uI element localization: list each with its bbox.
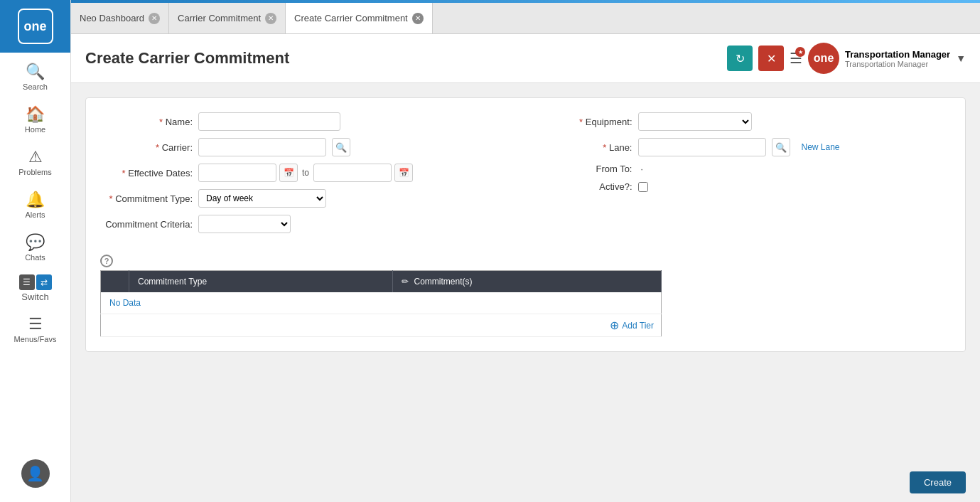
form-row-commitment-criteria: Commitment Criteria: [100, 215, 512, 233]
sidebar-item-problems[interactable]: ⚠ Problems [0, 141, 70, 183]
table-col-checkbox [101, 271, 129, 293]
menu-button[interactable]: ☰ ★ [790, 50, 802, 67]
tab-label-carrier-commitment: Carrier Commitment [178, 13, 261, 23]
table-col-commitment-type: Commitment Type [129, 271, 393, 293]
sidebar-item-search[interactable]: 🔍 Search [0, 55, 70, 98]
form-grid: * Name: * Carrier: 🔍 [100, 112, 951, 240]
add-tier-icon: ⊕ [610, 319, 619, 332]
start-date-calendar[interactable]: 📅 [279, 164, 298, 182]
page-content: * Name: * Carrier: 🔍 [71, 83, 980, 463]
page-header: Create Carrier Commitment ↻ ✕ ☰ ★ one Tr… [71, 34, 980, 83]
tab-close-carrier-commitment[interactable]: ✕ [265, 13, 276, 24]
form-row-active: Active?: [540, 181, 952, 192]
lane-input[interactable] [638, 138, 766, 156]
carrier-label: * Carrier: [100, 142, 193, 153]
carrier-input[interactable] [198, 138, 326, 156]
app-logo[interactable]: one [18, 9, 53, 44]
sidebar-label-problems: Problems [18, 168, 51, 176]
sidebar: one 🔍 Search 🏠 Home ⚠ Problems 🔔 Alerts … [0, 0, 71, 502]
form-row-equipment: * Equipment: [540, 112, 952, 131]
new-lane-link[interactable]: New Lane [802, 142, 840, 152]
sidebar-item-user-avatar[interactable]: 👤 [21, 452, 50, 495]
commitment-type-label: * Commitment Type: [100, 193, 193, 204]
commitment-criteria-select[interactable] [198, 215, 291, 233]
form-row-from-to: From To: · [540, 164, 952, 174]
help-icon[interactable]: ? [100, 255, 113, 267]
table-header-row: Commitment Type ✏ Commitment(s) [101, 271, 662, 293]
active-label: Active?: [540, 181, 632, 192]
form-right-column: * Equipment: * Lane: [540, 112, 952, 240]
tab-label-create-carrier: Create Carrier Commitment [294, 13, 408, 23]
user-avatar: one [808, 43, 839, 74]
chat-icon: 💬 [26, 233, 45, 252]
user-name: Transportation Manager [845, 49, 950, 60]
table-no-data-row: No Data [101, 292, 662, 314]
lane-label: * Lane: [540, 142, 632, 153]
page-footer: Create [71, 463, 980, 502]
sidebar-label-alerts: Alerts [25, 210, 45, 219]
tab-bar: Neo Dashboard ✕ Carrier Commitment ✕ Cre… [71, 3, 980, 34]
form-row-lane: * Lane: 🔍 New Lane [540, 138, 952, 156]
refresh-button[interactable]: ↻ [727, 46, 753, 71]
effective-date-end[interactable] [313, 164, 392, 182]
sidebar-item-alerts[interactable]: 🔔 Alerts [0, 183, 70, 226]
header-actions: ↻ ✕ ☰ ★ one Transportation Manager Trans… [727, 43, 966, 74]
sidebar-item-menus[interactable]: ☰ Menus/Favs [0, 308, 70, 351]
lane-search-button[interactable]: 🔍 [772, 138, 790, 156]
sidebar-item-switch[interactable]: ☰ ⇄ Switch [0, 269, 70, 308]
tab-close-create-carrier[interactable]: ✕ [412, 13, 424, 24]
equipment-select[interactable] [638, 112, 752, 131]
name-input[interactable] [198, 112, 340, 131]
tab-carrier-commitment[interactable]: Carrier Commitment ✕ [169, 3, 286, 33]
warning-icon: ⚠ [28, 148, 43, 166]
sidebar-label-home: Home [25, 125, 45, 134]
form-row-effective-dates: * Effective Dates: 📅 to 📅 [100, 164, 512, 182]
tab-create-carrier-commitment[interactable]: Create Carrier Commitment ✕ [286, 3, 433, 33]
from-to-label: From To: [540, 164, 632, 174]
sidebar-label-search: Search [23, 82, 48, 91]
create-button[interactable]: Create [910, 471, 966, 493]
form-left-column: * Name: * Carrier: 🔍 [100, 112, 512, 240]
sidebar-label-chats: Chats [25, 253, 45, 262]
table-section: ? Commitment Type ✏ Commitment(s) [100, 255, 951, 337]
add-tier-button[interactable]: ⊕ Add Tier [610, 319, 654, 332]
tab-close-neo-dashboard[interactable]: ✕ [149, 13, 160, 24]
switch-icon-left: ☰ [19, 274, 35, 290]
user-role: Transportation Manager [845, 60, 950, 68]
to-label: to [301, 168, 311, 178]
switch-icons: ☰ ⇄ [19, 274, 52, 290]
commitment-criteria-label: Commitment Criteria: [100, 219, 193, 230]
tab-label-neo-dashboard: Neo Dashboard [80, 13, 144, 23]
search-icon: 🔍 [26, 63, 45, 81]
user-info: Transportation Manager Transportation Ma… [845, 49, 950, 68]
close-button[interactable]: ✕ [758, 46, 784, 71]
commitment-type-select[interactable]: Day of week Weekly Monthly Daily [198, 189, 326, 208]
page-title: Create Carrier Commitment [85, 49, 289, 68]
sidebar-label-switch: Switch [21, 292, 48, 302]
equipment-label: * Equipment: [540, 117, 632, 127]
form-card: * Name: * Carrier: 🔍 [85, 97, 966, 352]
sidebar-item-chats[interactable]: 💬 Chats [0, 226, 70, 269]
date-range: 📅 to 📅 [198, 164, 413, 182]
add-tier-row: ⊕ Add Tier [101, 314, 662, 337]
user-menu-chevron[interactable]: ▼ [956, 53, 966, 64]
effective-dates-label: * Effective Dates: [100, 168, 193, 178]
home-icon: 🏠 [26, 105, 45, 124]
form-row-carrier: * Carrier: 🔍 [100, 138, 512, 156]
form-row-name: * Name: [100, 112, 512, 131]
name-label: * Name: [100, 117, 193, 127]
no-data-label: No Data [109, 298, 141, 308]
star-badge: ★ [795, 47, 805, 57]
from-to-value: · [641, 164, 643, 174]
user-section: one Transportation Manager Transportatio… [808, 43, 966, 74]
user-small-avatar: 👤 [26, 465, 44, 482]
sidebar-label-menus: Menus/Favs [14, 335, 57, 343]
sidebar-item-home[interactable]: 🏠 Home [0, 98, 70, 141]
active-checkbox[interactable] [638, 182, 648, 192]
sidebar-logo: one [0, 0, 70, 53]
tab-neo-dashboard[interactable]: Neo Dashboard ✕ [71, 3, 169, 33]
effective-date-start[interactable] [198, 164, 276, 182]
end-date-calendar[interactable]: 📅 [394, 164, 413, 182]
table-col-commitments: ✏ Commitment(s) [393, 271, 662, 293]
carrier-search-button[interactable]: 🔍 [332, 138, 350, 156]
